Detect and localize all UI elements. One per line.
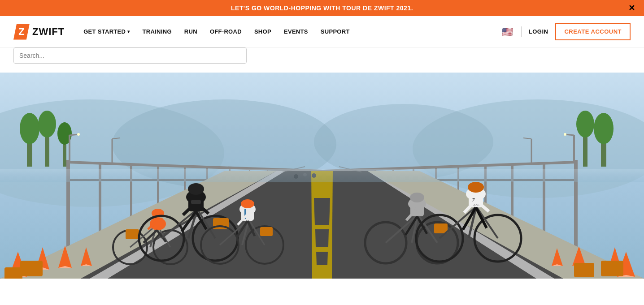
svg-point-8 [38,111,56,137]
nav-item-support[interactable]: SUPPORT [315,25,355,39]
svg-marker-46 [314,198,330,225]
svg-line-147 [565,134,574,135]
nav-item-get-started[interactable]: GET STARTED ▾ [78,25,135,39]
logo-text: ZWIFT [32,26,65,38]
nav-divider [521,26,522,37]
svg-point-143 [77,133,80,136]
search-input[interactable] [19,52,241,59]
svg-rect-69 [20,261,43,276]
svg-rect-72 [574,263,594,277]
nav-right: 🇺🇸 LOGIN CREATE ACCOUNT [501,23,631,40]
svg-rect-111 [260,227,273,236]
chevron-down-icon: ▾ [127,29,130,34]
svg-point-12 [594,113,614,144]
hero-image: Z RIDE ON [0,73,644,279]
nav-item-training[interactable]: TRAINING [137,25,177,39]
create-account-button[interactable]: CREATE ACCOUNT [555,23,631,40]
nav-links: GET STARTED ▾ TRAINING RUN OFF-ROAD SHOP… [78,25,501,39]
nav-item-run[interactable]: RUN [179,25,203,39]
svg-point-148 [564,133,566,136]
svg-rect-70 [4,267,22,279]
nav-item-events[interactable]: EVENTS [278,25,313,39]
svg-rect-153 [0,169,644,182]
search-bar[interactable] [13,47,247,64]
announcement-banner: LET'S GO WORLD-HOPPING WITH TOUR DE ZWIF… [0,0,644,16]
svg-marker-47 [315,229,329,247]
navbar: Z ZWIFT GET STARTED ▾ TRAINING RUN OFF-R… [0,16,644,47]
svg-point-6 [20,113,39,144]
svg-point-92 [188,183,204,195]
nav-item-off-road[interactable]: OFF-ROAD [205,25,247,39]
svg-line-142 [70,134,78,135]
svg-rect-84 [126,229,139,239]
login-button[interactable]: LOGIN [529,28,548,35]
svg-rect-71 [601,261,623,276]
svg-point-14 [576,111,594,137]
logo[interactable]: Z ZWIFT [13,24,65,40]
hero-scene: Z RIDE ON [0,73,644,279]
zwift-logo-icon: Z [13,24,30,40]
language-flag-icon[interactable]: 🇺🇸 [501,28,514,36]
close-banner-button[interactable]: ✕ [628,3,635,13]
nav-item-shop[interactable]: SHOP [249,25,277,39]
svg-rect-97 [191,200,201,204]
svg-point-107 [241,199,254,208]
svg-point-131 [468,182,484,193]
svg-point-119 [410,193,424,202]
svg-marker-48 [316,252,328,265]
banner-text: LET'S GO WORLD-HOPPING WITH TOUR DE ZWIF… [231,4,413,12]
search-area [0,47,644,73]
